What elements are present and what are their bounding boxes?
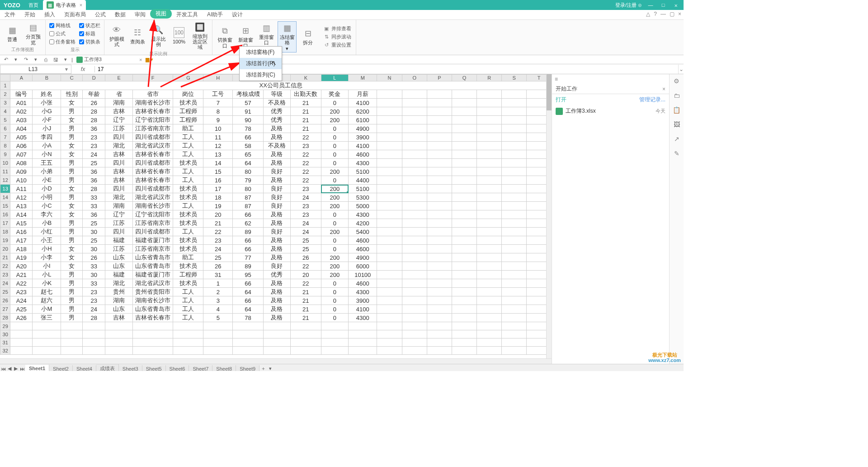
cell[interactable] bbox=[477, 124, 502, 133]
cell[interactable]: 5100 bbox=[349, 185, 377, 193]
sheet-tab[interactable]: 成绩表 bbox=[96, 364, 119, 371]
cell[interactable] bbox=[349, 338, 377, 347]
menu-review[interactable]: 审阅 bbox=[130, 10, 150, 19]
cell[interactable] bbox=[402, 185, 427, 193]
cell[interactable] bbox=[477, 176, 502, 185]
cell[interactable]: 李六 bbox=[33, 210, 61, 219]
reset-pos-button[interactable]: ↺重设位置 bbox=[321, 41, 353, 49]
cell[interactable] bbox=[61, 338, 83, 347]
cell[interactable] bbox=[203, 338, 233, 347]
cell[interactable] bbox=[502, 314, 527, 322]
cell[interactable] bbox=[452, 150, 476, 159]
cell[interactable] bbox=[502, 142, 527, 150]
cell[interactable] bbox=[402, 347, 427, 355]
cell[interactable]: 4200 bbox=[349, 219, 377, 228]
column-header[interactable]: M bbox=[349, 75, 377, 81]
cell[interactable] bbox=[402, 228, 427, 236]
cell[interactable]: 4900 bbox=[349, 253, 377, 262]
row-header[interactable]: 22 bbox=[0, 262, 10, 271]
sheet-nav-last-icon[interactable]: ⏭ bbox=[19, 366, 25, 372]
cell[interactable]: 0 bbox=[321, 150, 348, 159]
cell[interactable]: 及格 bbox=[263, 159, 290, 167]
cell[interactable]: 女 bbox=[61, 202, 83, 210]
cell[interactable]: 4900 bbox=[349, 124, 377, 133]
cell[interactable] bbox=[427, 314, 452, 322]
cell[interactable]: 28 bbox=[83, 185, 105, 193]
statusbar-checkbox[interactable]: 状态栏 bbox=[79, 22, 100, 29]
cell[interactable]: 及格 bbox=[263, 253, 290, 262]
cell[interactable]: 吉林省长春市 bbox=[132, 176, 173, 185]
cell[interactable]: 62 bbox=[233, 219, 264, 228]
cell[interactable]: 66 bbox=[233, 296, 264, 305]
cell[interactable] bbox=[349, 347, 377, 355]
redo-button[interactable]: ↷ bbox=[22, 57, 30, 62]
cell[interactable]: 工人 bbox=[173, 133, 203, 142]
cell[interactable]: 6200 bbox=[349, 107, 377, 116]
sheet-nav-first-icon[interactable]: ⏮ bbox=[0, 366, 6, 372]
zoom-ratio-button[interactable]: 🔍 显示比例 bbox=[149, 24, 168, 48]
cell[interactable] bbox=[452, 296, 476, 305]
name-box[interactable]: L13 ▾ bbox=[0, 65, 71, 74]
cell[interactable] bbox=[502, 288, 527, 296]
cell[interactable]: 33 bbox=[83, 202, 105, 210]
cell[interactable]: 小红 bbox=[33, 228, 61, 236]
cell[interactable]: 7 bbox=[203, 99, 233, 107]
cell[interactable]: 小明 bbox=[33, 193, 61, 202]
cell[interactable]: 64 bbox=[233, 159, 264, 167]
cell[interactable] bbox=[377, 167, 402, 176]
menu-design[interactable]: 设计 bbox=[227, 10, 247, 19]
cell[interactable] bbox=[452, 279, 476, 288]
cell[interactable]: A14 bbox=[10, 210, 33, 219]
cell[interactable] bbox=[105, 347, 132, 355]
cell[interactable]: 20 bbox=[203, 210, 233, 219]
cell[interactable] bbox=[377, 347, 402, 355]
cell[interactable]: 良好 bbox=[263, 228, 290, 236]
cell[interactable]: 技术员 bbox=[173, 193, 203, 202]
cell[interactable] bbox=[452, 322, 476, 330]
cell[interactable]: 14 bbox=[203, 159, 233, 167]
cell[interactable]: 女 bbox=[61, 142, 83, 150]
cell[interactable]: 200 bbox=[321, 107, 348, 116]
cell[interactable]: 编号 bbox=[10, 90, 33, 99]
cell[interactable]: 0 bbox=[321, 159, 348, 167]
print-button[interactable]: ⎙ bbox=[42, 57, 50, 62]
cell[interactable]: 月薪 bbox=[349, 90, 377, 99]
cell[interactable] bbox=[402, 142, 427, 150]
column-header[interactable]: K bbox=[290, 75, 321, 81]
cell[interactable]: 助工 bbox=[173, 124, 203, 133]
cell[interactable] bbox=[502, 150, 527, 159]
cell[interactable]: 小H bbox=[33, 245, 61, 253]
cell[interactable]: 优秀 bbox=[263, 271, 290, 279]
cell[interactable]: 65 bbox=[233, 150, 264, 159]
read-col-button[interactable]: ☷ 查阅条 bbox=[128, 26, 147, 45]
cell[interactable]: 男 bbox=[61, 193, 83, 202]
cell[interactable] bbox=[427, 245, 452, 253]
cell[interactable]: 4 bbox=[203, 305, 233, 314]
cell[interactable] bbox=[377, 271, 402, 279]
row-header[interactable]: 12 bbox=[0, 176, 10, 185]
cell[interactable]: 男 bbox=[61, 133, 83, 142]
undo-dropdown-icon[interactable]: ▾ bbox=[12, 57, 20, 62]
cell[interactable] bbox=[263, 347, 290, 355]
cell[interactable] bbox=[427, 330, 452, 338]
cell[interactable] bbox=[427, 347, 452, 355]
cell[interactable]: 及格 bbox=[263, 305, 290, 314]
cell[interactable]: 工人 bbox=[173, 150, 203, 159]
row-header[interactable]: 11 bbox=[0, 167, 10, 176]
ribbon-restore-icon[interactable]: ▢ bbox=[670, 11, 675, 17]
cell[interactable]: 女 bbox=[61, 245, 83, 253]
cell[interactable]: 21 bbox=[290, 296, 321, 305]
cell[interactable] bbox=[290, 322, 321, 330]
maximize-button[interactable]: □ bbox=[659, 2, 667, 8]
cell[interactable]: 66 bbox=[233, 133, 264, 142]
cell[interactable]: 21 bbox=[290, 288, 321, 296]
cell[interactable]: 0 bbox=[321, 176, 348, 185]
row-header[interactable]: 15 bbox=[0, 202, 10, 210]
cell[interactable]: 4300 bbox=[349, 314, 377, 322]
cell[interactable]: 省市 bbox=[132, 90, 173, 99]
cell[interactable]: 30 bbox=[83, 228, 105, 236]
cell[interactable] bbox=[402, 314, 427, 322]
tab-document[interactable]: ▦ 电子表格 × bbox=[43, 0, 86, 10]
cell[interactable]: 男 bbox=[61, 107, 83, 116]
cell[interactable] bbox=[290, 347, 321, 355]
